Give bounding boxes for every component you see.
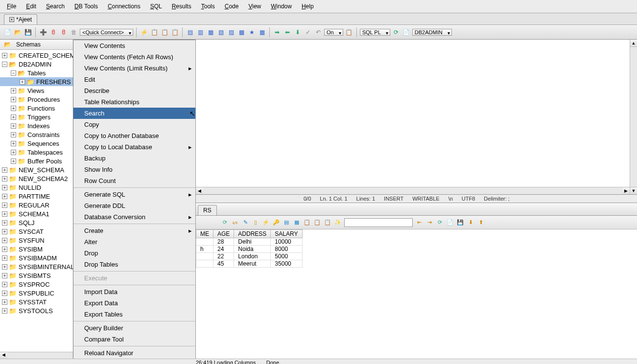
copy-icon[interactable]: 📋 — [303, 219, 311, 227]
copy3-icon[interactable]: 📋 — [324, 219, 331, 227]
star-icon[interactable]: ★ — [247, 28, 256, 37]
context-menu-item[interactable]: View Contents (Limit Results) — [73, 63, 196, 74]
save2-icon[interactable]: 💾 — [456, 219, 464, 227]
scroll-left-icon[interactable]: ◀ — [0, 352, 7, 359]
align4-icon[interactable]: ▧ — [216, 28, 225, 37]
edit-icon[interactable]: ✎ — [241, 219, 249, 227]
context-menu-item[interactable]: Show Info — [73, 164, 196, 175]
context-menu-item[interactable]: Describe — [73, 85, 196, 96]
column-header[interactable]: ADDRESS — [234, 230, 271, 238]
sql-editor[interactable]: ▲ ▼ ◀ ▶ — [196, 40, 637, 195]
context-menu-item[interactable]: Reload Navigator — [73, 347, 196, 359]
refresh2-icon[interactable]: ⟳ — [436, 219, 444, 227]
context-menu-item[interactable]: Export Tables — [73, 309, 196, 320]
script3-icon[interactable]: 📋 — [170, 28, 179, 37]
menu-tools[interactable]: Tools — [196, 1, 220, 12]
list-icon[interactable]: ▤ — [283, 219, 290, 227]
context-menu-item[interactable]: Export Data — [73, 297, 196, 309]
connect-icon[interactable]: ➕ — [39, 28, 47, 37]
table-row[interactable]: 45Meerut35000 — [196, 260, 303, 268]
check-icon[interactable]: ✓ — [304, 28, 312, 37]
close-icon[interactable]: × — [9, 17, 14, 22]
context-menu-item[interactable]: Copy to Another Database — [73, 130, 196, 141]
refresh-icon[interactable]: ⟳ — [392, 28, 401, 37]
context-menu-item[interactable]: Create — [73, 225, 196, 236]
column-header[interactable]: ME — [196, 230, 213, 238]
menu-results[interactable]: Results — [167, 1, 196, 12]
menu-view[interactable]: View — [243, 1, 266, 12]
sqltype-select[interactable]: SQL PL — [360, 29, 390, 36]
result-grid[interactable]: MEAGEADDRESSSALARY28Delhi10000h24Noida80… — [196, 229, 637, 359]
context-menu-item[interactable]: Generate DDL — [73, 200, 196, 211]
scroll-right-icon[interactable]: ▶ — [622, 187, 630, 194]
on-select[interactable]: On — [324, 29, 343, 36]
open-folder-icon[interactable]: 📂 — [13, 28, 22, 37]
align2-icon[interactable]: ▥ — [196, 28, 205, 37]
filter-icon[interactable]: ⚡ — [262, 219, 270, 227]
row-icon[interactable]: ▯ — [252, 219, 260, 227]
menu-dbtools[interactable]: DB Tools — [70, 1, 103, 12]
arrow-left-icon[interactable]: ⬅ — [283, 28, 292, 37]
drop-icon[interactable]: 🗑 — [70, 28, 78, 37]
align-icon[interactable]: ▤ — [186, 28, 194, 37]
grid-icon[interactable]: ▦ — [293, 219, 301, 227]
menu-edit[interactable]: Edit — [21, 1, 41, 12]
arrow-right-icon[interactable]: ➡ — [273, 28, 282, 37]
grid-icon[interactable]: ▦ — [258, 28, 266, 37]
menu-help[interactable]: Help — [297, 1, 319, 12]
script-icon[interactable]: 📋 — [150, 28, 159, 37]
context-menu-item[interactable]: View Contents — [73, 40, 196, 51]
context-menu-item[interactable]: View Contents (Fetch All Rows) — [73, 51, 196, 63]
context-menu-item[interactable]: Drop Tables — [73, 259, 196, 270]
menu-window[interactable]: Window — [266, 1, 297, 12]
menu-file[interactable]: File — [2, 1, 21, 12]
down-icon[interactable]: ⬇ — [467, 219, 474, 227]
context-menu-item[interactable]: Compare Tool — [73, 334, 196, 345]
context-menu-item[interactable]: Backup — [73, 153, 196, 164]
first-icon[interactable]: ⇤ — [415, 219, 423, 227]
context-menu-item[interactable]: Search — [73, 108, 196, 119]
cylinder-icon[interactable]: 🛢 — [49, 28, 58, 37]
context-menu-item[interactable]: Edit — [73, 74, 196, 85]
column-header[interactable]: AGE — [213, 230, 234, 238]
new-file-icon[interactable]: 📄 — [3, 28, 12, 37]
context-menu-item[interactable]: Database Conversion — [73, 211, 196, 223]
undo-icon[interactable]: ↶ — [314, 28, 323, 37]
context-menu-item[interactable]: Table Relationships — [73, 96, 196, 108]
doc-icon[interactable]: 📄 — [402, 28, 411, 37]
menu-code[interactable]: Code — [220, 1, 244, 12]
up-icon[interactable]: ⬆ — [477, 219, 485, 227]
quick-connect-select[interactable]: <Quick Connect> — [80, 29, 133, 36]
run-icon[interactable]: ⚡ — [140, 28, 148, 37]
context-menu-item[interactable]: Drop — [73, 248, 196, 259]
result-tab[interactable]: RS — [198, 205, 217, 215]
filter-input[interactable] — [344, 218, 413, 227]
refresh-icon[interactable]: ⟳ — [221, 219, 229, 227]
editor-tab[interactable]: × *Ajeet — [4, 14, 37, 24]
table-row[interactable]: 22London5000 — [196, 253, 303, 260]
column-header[interactable]: SALARY — [271, 230, 302, 238]
editor-vscrollbar[interactable]: ▲ ▼ — [630, 40, 637, 194]
align3-icon[interactable]: ▦ — [206, 28, 215, 37]
table-context-menu[interactable]: View ContentsView Contents (Fetch All Ro… — [73, 40, 196, 359]
record-icon[interactable]: 📋 — [345, 28, 354, 37]
copy2-icon[interactable]: 📋 — [313, 219, 321, 227]
link-icon[interactable]: ᔕ — [231, 219, 239, 227]
scroll-left-icon[interactable]: ◀ — [196, 187, 203, 194]
context-menu-item[interactable]: Generate SQL — [73, 189, 196, 200]
align5-icon[interactable]: ▨ — [227, 28, 236, 37]
align6-icon[interactable]: ▩ — [237, 28, 246, 37]
menu-search[interactable]: Search — [41, 1, 70, 12]
context-menu-item[interactable]: Copy — [73, 119, 196, 130]
wand-icon[interactable]: ✨ — [334, 219, 342, 227]
schema-select[interactable]: DB2ADMIN — [412, 29, 452, 36]
context-menu-item[interactable]: Query Builder — [73, 322, 196, 334]
save-icon[interactable]: 💾 — [24, 28, 32, 37]
key-icon[interactable]: 🔑 — [272, 219, 280, 227]
context-menu-item[interactable]: Row Count — [73, 175, 196, 186]
editor-hscrollbar[interactable]: ◀ ▶ — [196, 187, 630, 194]
table-row[interactable]: h24Noida8000 — [196, 246, 303, 253]
context-menu-item[interactable]: Alter — [73, 236, 196, 248]
arrow-down-icon[interactable]: ⬇ — [293, 28, 302, 37]
menu-sql[interactable]: SQL — [145, 1, 167, 12]
